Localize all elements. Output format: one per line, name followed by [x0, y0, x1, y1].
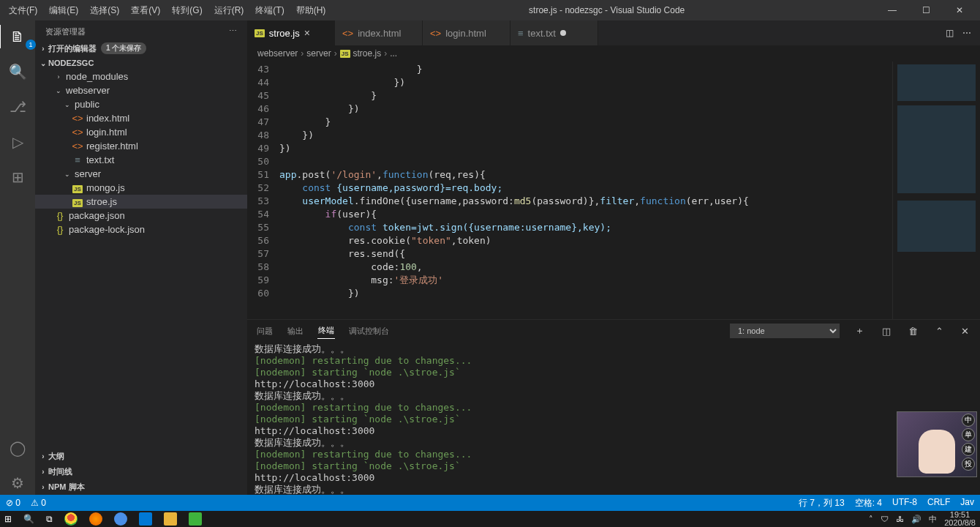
timeline-section[interactable]: ›时间线	[35, 464, 247, 479]
close-icon[interactable]: ✕	[949, 5, 970, 15]
chevron-down-icon: ⌄	[38, 59, 48, 67]
editor-area: JSstroe.js× <>index.html <>login.html ≡t…	[247, 20, 980, 495]
minimap[interactable]	[892, 61, 980, 319]
text-icon: ≡	[518, 28, 524, 39]
task-view-icon[interactable]: ⧉	[46, 514, 53, 524]
html-icon: <>	[72, 113, 83, 124]
menu-goto[interactable]: 转到(G)	[166, 3, 208, 18]
project-section[interactable]: ⌄ NODEZSGC	[35, 56, 247, 70]
tree-file-index-html[interactable]: <>index.html	[35, 111, 247, 125]
panel-tab-output[interactable]: 输出	[287, 324, 304, 339]
status-indent[interactable]: 空格: 4	[855, 497, 882, 509]
status-warnings[interactable]: ⚠ 0	[31, 498, 46, 508]
breadcrumb[interactable]: webserver› server› JS stroe.js› ...	[247, 45, 980, 61]
start-icon[interactable]: ⊞	[4, 514, 12, 524]
firefox-icon[interactable]	[89, 512, 102, 526]
text-icon: ≡	[72, 154, 83, 165]
search-taskbar-icon[interactable]: 🔍	[23, 514, 34, 524]
menu-select[interactable]: 选择(S)	[84, 3, 125, 18]
terminal-output[interactable]: 数据库连接成功。。。[nodemon] restarting due to ch…	[247, 342, 980, 495]
js-icon: JS	[72, 196, 83, 207]
tree-folder-public[interactable]: ⌄public	[35, 97, 247, 111]
search-icon[interactable]: 🔍	[6, 60, 29, 83]
windows-taskbar: ⊞ 🔍 ⧉ ˄ 🛡 🖧 🔊 中 19:51 2020/8/8	[0, 511, 980, 527]
tab-login-html[interactable]: <>login.html	[423, 20, 510, 45]
tree-folder-server[interactable]: ⌄server	[35, 167, 247, 181]
tree-folder-webserver[interactable]: ⌄webserver	[35, 83, 247, 97]
menu-terminal[interactable]: 终端(T)	[249, 3, 290, 18]
status-encoding[interactable]: UTF-8	[892, 497, 917, 509]
account-icon[interactable]: ◯	[6, 436, 29, 460]
panel-tab-terminal[interactable]: 终端	[317, 323, 335, 339]
tray-volume-icon[interactable]: 🔊	[911, 515, 921, 524]
tree-file-text-txt[interactable]: ≡text.txt	[35, 153, 247, 167]
js-icon: JS	[340, 50, 350, 58]
panel-tab-debug-console[interactable]: 调试控制台	[348, 324, 390, 339]
tree-file-package-lock-json[interactable]: {}package-lock.json	[35, 223, 247, 236]
chevron-right-icon: ›	[38, 45, 48, 53]
sidebar: 资源管理器 ⋯ › 打开的编辑器 1 个未保存 ⌄ NODEZSGC ›node…	[35, 20, 247, 495]
menu-help[interactable]: 帮助(H)	[290, 3, 332, 18]
status-lang[interactable]: Jav	[960, 497, 974, 509]
menu-view[interactable]: 查看(V)	[125, 3, 166, 18]
tab-stroe-js[interactable]: JSstroe.js×	[247, 20, 335, 45]
vscode-icon[interactable]	[139, 512, 152, 526]
explorer-icon[interactable]: 🗎	[0, 25, 34, 48]
tree-file-login-html[interactable]: <>login.html	[35, 125, 247, 139]
panel-tab-problems[interactable]: 问题	[256, 324, 274, 339]
sogou-icon[interactable]	[114, 512, 127, 526]
file-tree: ›node_modules ⌄webserver ⌄public <>index…	[35, 70, 247, 236]
project-name: NODEZSGC	[48, 59, 94, 67]
tab-index-html[interactable]: <>index.html	[335, 20, 423, 45]
close-tab-icon[interactable]: ×	[304, 27, 310, 39]
app-icon[interactable]	[189, 512, 202, 526]
run-debug-icon[interactable]: ▷	[6, 130, 29, 154]
tab-text-txt[interactable]: ≡text.txt	[510, 20, 598, 45]
minimize-icon[interactable]: —	[882, 5, 902, 15]
js-icon: JS	[72, 182, 83, 193]
menu-edit[interactable]: 编辑(E)	[43, 3, 84, 18]
video-overlay[interactable]: 中单建投	[897, 411, 977, 477]
status-errors[interactable]: ⊘ 0	[6, 498, 20, 508]
tree-file-mongo-js[interactable]: JSmongo.js	[35, 181, 247, 195]
outline-section[interactable]: ›大纲	[35, 449, 247, 464]
maximize-icon[interactable]: ☐	[916, 5, 936, 15]
tree-file-package-json[interactable]: {}package.json	[35, 209, 247, 223]
tray-shield-icon[interactable]: 🛡	[881, 515, 889, 523]
split-terminal-icon[interactable]: ◫	[880, 326, 893, 337]
unsaved-badge: 1 个未保存	[101, 42, 146, 54]
status-cursor-pos[interactable]: 行 7，列 13	[799, 497, 845, 509]
tree-folder-node-modules[interactable]: ›node_modules	[35, 70, 247, 83]
split-editor-icon[interactable]: ◫	[946, 28, 954, 38]
menu-file[interactable]: 文件(F)	[3, 3, 43, 18]
code-editor[interactable]: 434445464748495051525354555657585960 } }…	[247, 61, 980, 319]
open-editors-section[interactable]: › 打开的编辑器 1 个未保存	[35, 40, 247, 56]
menu-run[interactable]: 运行(R)	[208, 3, 250, 18]
file-explorer-icon[interactable]	[164, 512, 177, 526]
status-bar: ⊘ 0 ⚠ 0 行 7，列 13 空格: 4 UTF-8 CRLF Jav	[0, 495, 980, 511]
html-icon: <>	[72, 141, 83, 152]
chrome-icon[interactable]	[64, 512, 78, 526]
status-eol[interactable]: CRLF	[927, 497, 950, 509]
more-icon[interactable]: ⋯	[229, 26, 237, 37]
npm-scripts-section[interactable]: ›NPM 脚本	[35, 479, 247, 495]
tray-network-icon[interactable]: 🖧	[896, 515, 904, 523]
more-actions-icon[interactable]: ⋯	[962, 28, 971, 38]
close-panel-icon[interactable]: ✕	[959, 326, 971, 337]
tray-chevron-icon[interactable]: ˄	[869, 515, 873, 524]
json-icon: {}	[54, 224, 66, 235]
tree-file-stroe-js[interactable]: JSstroe.js	[35, 195, 247, 209]
bottom-panel: 问题 输出 终端 调试控制台 1: node ＋ ◫ 🗑 ⌃ ✕ 数据库连接成功…	[247, 319, 980, 495]
new-terminal-icon[interactable]: ＋	[853, 324, 867, 337]
html-icon: <>	[72, 127, 83, 138]
code-content[interactable]: } }) } }) } })}) app.post('/login',funct…	[279, 61, 892, 319]
js-icon: JS	[255, 29, 265, 37]
maximize-panel-icon[interactable]: ⌃	[933, 326, 946, 337]
settings-gear-icon[interactable]: ⚙	[6, 471, 29, 495]
kill-terminal-icon[interactable]: 🗑	[906, 326, 920, 337]
extensions-icon[interactable]: ⊞	[6, 165, 29, 189]
tree-file-register-html[interactable]: <>register.html	[35, 139, 247, 153]
source-control-icon[interactable]: ⎇	[6, 95, 29, 119]
terminal-select[interactable]: 1: node	[730, 324, 840, 338]
tray-ime-icon[interactable]: 中	[929, 514, 937, 525]
